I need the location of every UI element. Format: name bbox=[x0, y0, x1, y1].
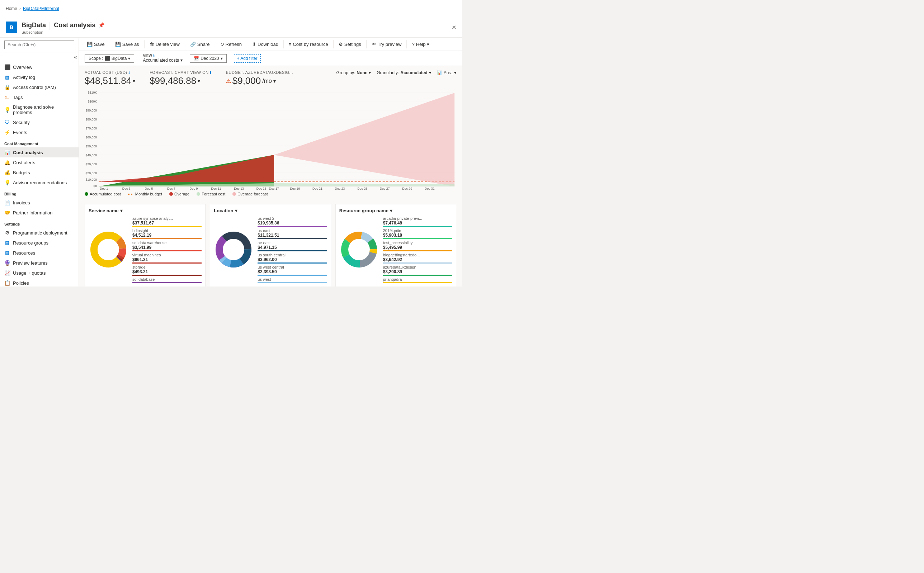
sidebar-item-label: Usage + quotas bbox=[13, 270, 45, 276]
service-name-legend: azure synapse analyt... $37,511.67 hdins… bbox=[132, 216, 202, 283]
chart-options: Group by: None ▾ Granularity: Accumulate… bbox=[337, 70, 456, 75]
cost-by-resource-button[interactable]: ≡ Cost by resource bbox=[285, 40, 332, 49]
forecast-cost-item: FORECAST: CHART VIEW ON ℹ $99,486.88 ▾ bbox=[150, 70, 211, 86]
search-input[interactable] bbox=[4, 41, 74, 49]
group-by-selector[interactable]: Group by: None ▾ bbox=[337, 70, 371, 75]
cost-summary: ACTUAL COST (USD) ℹ $48,511.84 ▾ FORECAS… bbox=[79, 66, 462, 89]
date-selector[interactable]: 📅 Dec 2020 ▾ bbox=[190, 54, 226, 63]
test-access-bar bbox=[383, 250, 452, 251]
download-button[interactable]: ⬇ Download bbox=[249, 40, 282, 49]
budget-cost-label: BUDGET: AZUREDATAUXDESIG... bbox=[226, 70, 293, 75]
svg-text:$10,000: $10,000 bbox=[85, 178, 97, 182]
sidebar-item-policies[interactable]: 📋 Policies bbox=[0, 278, 78, 286]
refresh-button[interactable]: ↻ Refresh bbox=[217, 40, 246, 49]
forecast-chevron: ▾ bbox=[197, 78, 200, 84]
save-as-button[interactable]: 💾 Save as bbox=[111, 40, 143, 49]
sidebar-item[interactable]: ▦ Activity log bbox=[0, 72, 78, 82]
legend-item-storage: storage $493.21 bbox=[132, 265, 202, 276]
svg-text:$30,000: $30,000 bbox=[85, 163, 97, 166]
budget-cost-value[interactable]: ⚠ $9,000 /mo ▾ bbox=[226, 75, 293, 86]
delete-view-button[interactable]: 🗑 Delete view bbox=[146, 40, 183, 49]
legend-item-useast: us east $11,321.51 bbox=[258, 229, 327, 239]
view-selector[interactable]: Accumulated costs ▾ bbox=[143, 58, 183, 63]
legend-item-azuredatauxdesign: azuredatauxdesign $3,290.89 bbox=[383, 265, 452, 276]
forecast-cost-value[interactable]: $99,486.88 ▾ bbox=[150, 75, 211, 86]
billing-section-label: Billing bbox=[0, 188, 78, 197]
sidebar-item[interactable]: 🔒 Access control (IAM) bbox=[0, 82, 78, 92]
overage-dot bbox=[169, 192, 173, 196]
sidebar-item[interactable]: ⚡ Events bbox=[0, 127, 78, 137]
sidebar-item-cost-alerts[interactable]: 🔔 Cost alerts bbox=[0, 157, 78, 168]
sidebar-item-label: Activity log bbox=[13, 75, 35, 80]
help-icon: ? bbox=[412, 42, 414, 47]
breadcrumb-bar: Home › BigDataPMInternal bbox=[0, 0, 462, 17]
budgets-icon: 💰 bbox=[4, 170, 10, 175]
scope-selector[interactable]: Scope : ⬛ BigData ▾ bbox=[85, 54, 134, 63]
svg-point-67 bbox=[349, 240, 369, 260]
granularity-chevron-icon: ▾ bbox=[429, 70, 431, 75]
sidebar-item-programmatic[interactable]: ⚙ Programmatic deployment bbox=[0, 228, 78, 238]
sidebar: « ⬛ Overview ▦ Activity log 🔒 Access con… bbox=[0, 38, 79, 286]
iam-icon: 🔒 bbox=[4, 84, 10, 90]
sidebar-item[interactable]: 🛡 Security bbox=[0, 117, 78, 127]
close-icon[interactable]: ✕ bbox=[452, 24, 456, 31]
save-button[interactable]: 💾 Save bbox=[83, 40, 108, 49]
svg-text:$60,000: $60,000 bbox=[85, 136, 97, 139]
resource-group-legend: arcadia-private-previ... $7,476.48 2019i… bbox=[383, 216, 452, 283]
sidebar-item-resources[interactable]: ▦ Resources bbox=[0, 248, 78, 258]
settings-icon: ⚙ bbox=[338, 42, 343, 47]
granularity-selector[interactable]: Granularity: Accumulated ▾ bbox=[377, 70, 431, 75]
sidebar-item-label: Policies bbox=[13, 280, 29, 286]
location-chevron-icon: ▾ bbox=[235, 208, 238, 213]
overview-icon: ⬛ bbox=[4, 64, 10, 70]
resource-group-title[interactable]: Resource group name ▾ bbox=[339, 208, 452, 213]
sidebar-item-advisor[interactable]: 💡 Advisor recommendations bbox=[0, 177, 78, 188]
sidebar-collapse-btn[interactable]: « bbox=[0, 52, 78, 62]
sidebar-item-cost-analysis[interactable]: 📊 Cost analysis bbox=[0, 147, 78, 157]
sql-dw-bar bbox=[132, 250, 202, 251]
sidebar-item-invoices[interactable]: 📄 Invoices bbox=[0, 197, 78, 208]
group-by-chevron-icon: ▾ bbox=[369, 70, 371, 75]
sidebar-item-preview[interactable]: 🔮 Preview features bbox=[0, 258, 78, 268]
share-icon: 🔗 bbox=[190, 42, 196, 47]
sidebar-item-partner[interactable]: 🤝 Partner information bbox=[0, 208, 78, 218]
legend-monthly-budget: Monthly budget bbox=[128, 192, 162, 196]
svg-text:Dec 5: Dec 5 bbox=[144, 187, 153, 190]
breadcrumb-home[interactable]: Home bbox=[6, 6, 17, 11]
filters-bar: Scope : ⬛ BigData ▾ VIEW ℹ Accumulated c… bbox=[79, 51, 462, 66]
sidebar-item[interactable]: 💡 Diagnose and solve problems bbox=[0, 102, 78, 117]
sidebar-item-budgets[interactable]: 💰 Budgets bbox=[0, 168, 78, 177]
svg-marker-28 bbox=[274, 93, 454, 186]
location-title[interactable]: Location ▾ bbox=[214, 208, 327, 213]
resource-group-chevron-icon: ▾ bbox=[390, 208, 392, 213]
sidebar-item-label: Advisor recommendations bbox=[13, 180, 67, 185]
settings-button[interactable]: ⚙ Settings bbox=[335, 40, 365, 49]
main-layout: « ⬛ Overview ▦ Activity log 🔒 Access con… bbox=[0, 38, 462, 286]
date-chevron-icon: ▾ bbox=[221, 56, 223, 61]
policies-icon: 📋 bbox=[4, 280, 10, 286]
scope-value: BigData bbox=[111, 56, 127, 61]
service-name-title[interactable]: Service name ▾ bbox=[89, 208, 202, 213]
legend-item-ussouthcentral: us south central $3,962.00 bbox=[258, 253, 327, 263]
overage-forecast-dot bbox=[232, 192, 236, 196]
useast-bar bbox=[258, 238, 327, 239]
help-button[interactable]: ? Help ▾ bbox=[408, 40, 433, 49]
sidebar-item-resource-groups[interactable]: ▦ Resource groups bbox=[0, 238, 78, 248]
service-name-body: azure synapse analyt... $37,511.67 hdins… bbox=[89, 216, 202, 283]
area-selector[interactable]: 📊 Area ▾ bbox=[437, 70, 456, 75]
svg-text:Dec 11: Dec 11 bbox=[211, 187, 221, 190]
breadcrumb-subscription[interactable]: BigDataPMInternal bbox=[23, 6, 59, 11]
legend-item-2019iqnite: 2019iqnite $5,903.18 bbox=[383, 229, 452, 239]
sidebar-item[interactable]: 🏷 Tags bbox=[0, 92, 78, 102]
sidebar-item[interactable]: ⬛ Overview bbox=[0, 62, 78, 72]
add-filter-button[interactable]: + Add filter bbox=[234, 54, 261, 63]
sidebar-item-label: Events bbox=[13, 130, 27, 135]
share-button[interactable]: 🔗 Share bbox=[186, 40, 213, 49]
sidebar-item-usage[interactable]: 📈 Usage + quotas bbox=[0, 268, 78, 278]
toolbar-sep-5 bbox=[247, 40, 247, 49]
location-legend: us west 2 $19,935.36 us east $11,321.51 … bbox=[258, 216, 327, 283]
actual-cost-value[interactable]: $48,511.84 ▾ bbox=[85, 75, 135, 86]
try-preview-button[interactable]: 👁 Try preview bbox=[368, 40, 405, 49]
cost-analysis-icon: 📊 bbox=[4, 150, 10, 155]
pin-icon[interactable]: 📌 bbox=[98, 22, 104, 28]
